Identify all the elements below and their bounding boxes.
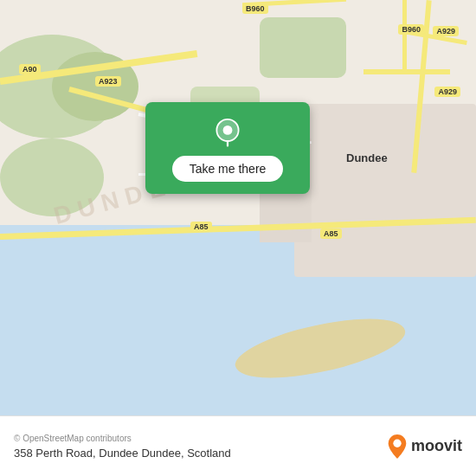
road-label-b960-top: B960 [242,3,268,14]
take-me-there-button[interactable]: Take me there [172,156,284,182]
svg-point-1 [223,125,233,135]
road-a929-2 [363,69,450,74]
bottom-bar: © OpenStreetMap contributors 358 Perth R… [0,415,476,476]
map-city [294,104,476,277]
road-label-a923: A923 [95,76,121,87]
moovit-text: moovit [411,437,462,455]
city-label: Dundee [346,151,388,164]
road-label-a929-top: A929 [433,26,459,36]
moovit-pin-icon [387,434,408,459]
bottom-bar-left: © OpenStreetMap contributors 358 Perth R… [14,434,231,460]
location-pin-icon [212,118,243,149]
road-label-b960-right: B960 [398,24,424,35]
road-label-a85-left: A85 [190,222,212,232]
svg-point-2 [393,439,401,447]
map-park-5 [260,17,346,78]
map: A90 A923 A929 A929 B960 B960 A85 A85 Dun… [0,0,476,415]
road-label-a929-mid: A929 [434,87,460,97]
road-label-a90: A90 [19,64,41,74]
popup-card[interactable]: Take me there [145,102,310,194]
copyright-text: © OpenStreetMap contributors [14,434,231,443]
moovit-logo: moovit [387,434,462,459]
map-park-3 [0,138,104,216]
road-label-a85-right: A85 [320,228,342,239]
address-text: 358 Perth Road, Dundee Dundee, Scotland [14,447,231,460]
road-b960-top-2 [402,0,407,69]
